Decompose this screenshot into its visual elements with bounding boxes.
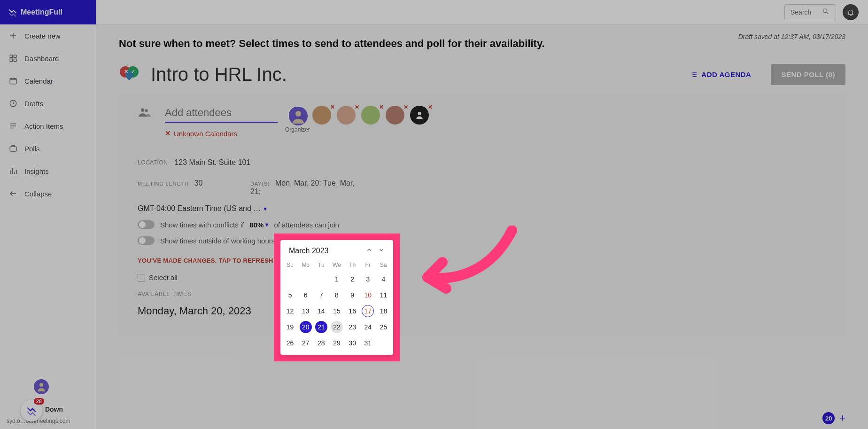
calendar-dow: Su <box>282 259 298 271</box>
calendar-dow: Sa <box>376 259 391 271</box>
calendar-day <box>298 271 313 287</box>
calendar-day <box>313 271 329 287</box>
calendar-day[interactable]: 2 <box>345 271 360 287</box>
calendar-day[interactable]: 4 <box>376 271 391 287</box>
calendar-day[interactable]: 13 <box>298 303 313 319</box>
calendar-day[interactable]: 10 <box>360 287 376 303</box>
next-month-button[interactable] <box>378 247 385 255</box>
calendar-day[interactable]: 29 <box>329 335 344 351</box>
calendar-day[interactable]: 7 <box>313 287 329 303</box>
calendar-day[interactable]: 3 <box>360 271 376 287</box>
calendar-day[interactable]: 17 <box>360 303 376 319</box>
calendar-day[interactable]: 21 <box>313 319 329 335</box>
calendar-month-title: March 2023 <box>289 247 329 255</box>
calendar-dow: Th <box>345 259 360 271</box>
calendar-day[interactable]: 24 <box>360 319 376 335</box>
calendar-day[interactable]: 15 <box>329 303 344 319</box>
calendar-day <box>282 271 298 287</box>
calendar-day[interactable]: 23 <box>345 319 360 335</box>
annotation-frame: March 2023 SuMoTuWeThFrSa123456789101112… <box>274 234 400 361</box>
calendar-day[interactable]: 27 <box>298 335 313 351</box>
calendar-day[interactable]: 19 <box>282 319 298 335</box>
calendar-day[interactable]: 12 <box>282 303 298 319</box>
calendar-day[interactable]: 9 <box>345 287 360 303</box>
calendar-day[interactable]: 31 <box>360 335 376 351</box>
modal-overlay[interactable] <box>0 0 868 429</box>
calendar-day[interactable]: 25 <box>376 319 391 335</box>
calendar-grid: SuMoTuWeThFrSa12345678910111213141516171… <box>282 259 391 351</box>
calendar-dow: We <box>329 259 344 271</box>
chevron-down-icon <box>378 247 385 253</box>
calendar-day[interactable]: 26 <box>282 335 298 351</box>
calendar-day[interactable]: 5 <box>282 287 298 303</box>
calendar-day[interactable]: 30 <box>345 335 360 351</box>
calendar-day[interactable]: 1 <box>329 271 344 287</box>
calendar-day[interactable]: 18 <box>376 303 391 319</box>
calendar-dow: Mo <box>298 259 313 271</box>
calendar-day[interactable]: 11 <box>376 287 391 303</box>
calendar-day[interactable]: 22 <box>329 319 344 335</box>
calendar-day[interactable]: 16 <box>345 303 360 319</box>
chevron-up-icon <box>366 247 372 253</box>
calendar-day[interactable]: 6 <box>298 287 313 303</box>
calendar-day <box>376 335 391 351</box>
calendar-day[interactable]: 8 <box>329 287 344 303</box>
date-picker: March 2023 SuMoTuWeThFrSa123456789101112… <box>280 240 393 355</box>
calendar-dow: Tu <box>313 259 329 271</box>
calendar-dow: Fr <box>360 259 376 271</box>
calendar-day[interactable]: 28 <box>313 335 329 351</box>
calendar-day[interactable]: 20 <box>298 319 313 335</box>
calendar-day[interactable]: 14 <box>313 303 329 319</box>
prev-month-button[interactable] <box>366 247 372 255</box>
